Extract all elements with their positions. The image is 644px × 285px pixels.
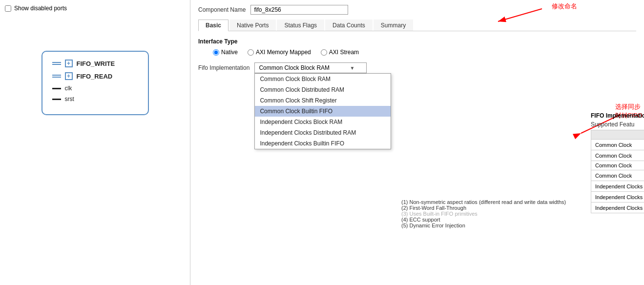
- row4-clock: Independent Clocks (RD_CLK, WR_CLK): [591, 181, 644, 192]
- row3-clock: Common Clock: [591, 170, 644, 181]
- row6-clock: Independent Clocks (RD_CLK, WR_CLK): [591, 203, 644, 213]
- footnote-4: (5) Dynamic Error Injection: [401, 223, 566, 228]
- radio-axi-stream[interactable]: AXI Stream: [321, 49, 359, 56]
- fifo-impl-table: Memory Type (1) (2) (3) (4) (5) Common C…: [591, 130, 644, 213]
- table-row-1: Common Clock Distributed RAM ✓: [591, 150, 644, 161]
- row2-clock: Common Clock: [591, 161, 644, 170]
- dropdown-item-3[interactable]: Common Clock Builtin FIFO: [255, 106, 391, 117]
- fifo-impl-section-title: FIFO Implementation: [591, 112, 644, 119]
- show-disabled-label: Show disabled ports: [14, 5, 67, 12]
- interface-type-title: Interface Type: [198, 38, 636, 45]
- fifo-impl-section: FIFO Implementation Supported Featu Memo…: [591, 112, 644, 213]
- fifo-selected-value: Common Clock Block RAM: [259, 64, 330, 71]
- dropdown-item-2[interactable]: Common Clock Shift Register: [255, 95, 391, 106]
- fifo-write-label: FIFO_WRITE: [77, 60, 115, 67]
- tab-basic[interactable]: Basic: [198, 20, 229, 31]
- fifo-impl-row: Fifo Implementation Common Clock Block R…: [198, 62, 636, 73]
- clk-label: clk: [65, 85, 72, 92]
- footnote-2: (3) Uses Built-in FIFO primitives: [401, 211, 566, 217]
- show-disabled-ports-row[interactable]: Show disabled ports: [5, 5, 185, 12]
- dropdown-item-5[interactable]: Independent Clocks Distributed RAM: [255, 127, 391, 138]
- radio-native[interactable]: Native: [213, 49, 238, 56]
- fifo-select-display[interactable]: Common Clock Block RAM ▼: [254, 62, 367, 73]
- fifo-read-port: + FIFO_READ: [52, 72, 138, 80]
- footnote-3: (4) ECC support: [401, 217, 566, 223]
- fifo-select-wrapper[interactable]: Common Clock Block RAM ▼ Common Clock Bl…: [254, 62, 367, 73]
- table-row-2: Common Clock Shift Register: [591, 161, 644, 170]
- tab-status-flags[interactable]: Status Flags: [277, 20, 324, 31]
- row5-clock: Independent Clocks (RD_CLK, WR_CLK): [591, 192, 644, 203]
- table-row-6: Independent Clocks (RD_CLK, WR_CLK) Buil…: [591, 203, 644, 213]
- radio-axi-stream-label: AXI Stream: [329, 49, 359, 56]
- srst-port: srst: [52, 96, 138, 102]
- plus-icon-write: +: [65, 60, 73, 67]
- tab-native-ports[interactable]: Native Ports: [229, 20, 276, 31]
- table-row-5: Independent Clocks (RD_CLK, WR_CLK) Dist…: [591, 192, 644, 203]
- row0-clock: Common Clock: [591, 140, 644, 150]
- fifo-read-label: FIFO_READ: [77, 73, 113, 80]
- dropdown-item-6[interactable]: Independent Clocks Builtin FIFO: [255, 138, 391, 149]
- footnote-1: (2) First-Word Fall-Through: [401, 205, 566, 211]
- srst-bar: [52, 99, 61, 100]
- table-row-4: Independent Clocks (RD_CLK, WR_CLK) Bloc…: [591, 181, 644, 192]
- radio-native-label: Native: [221, 49, 238, 56]
- table-row-0: Common Clock Block RAM ✓ ✓ ✓ ✓: [591, 140, 644, 150]
- clk-port: clk: [52, 85, 138, 92]
- dropdown-item-1[interactable]: Common Clock Distributed RAM: [255, 84, 391, 95]
- tabs-row: Basic Native Ports Status Flags Data Cou…: [198, 20, 636, 31]
- left-panel: Show disabled ports + FIFO_WRITE + FIFO_…: [0, 0, 190, 285]
- tab-summary[interactable]: Summary: [374, 20, 413, 31]
- footnotes: (1) Non-symmetric aspect ratios (differe…: [401, 199, 566, 228]
- component-name-row: Component Name: [198, 5, 636, 15]
- clk-bar: [52, 88, 61, 89]
- component-diagram: + FIFO_WRITE + FIFO_READ clk srst: [42, 51, 149, 115]
- dropdown-item-0[interactable]: Common Clock Block RAM: [255, 74, 391, 84]
- row1-clock: Common Clock: [591, 150, 644, 161]
- fifo-dropdown-menu[interactable]: Common Clock Block RAM Common Clock Dist…: [254, 73, 391, 149]
- fifo-impl-label: Fifo Implementation: [198, 64, 249, 71]
- component-name-input[interactable]: [250, 5, 348, 15]
- plus-icon-read: +: [65, 72, 73, 80]
- component-name-label: Component Name: [198, 6, 246, 13]
- dropdown-arrow-icon: ▼: [350, 65, 354, 71]
- right-panel: Component Name 修改命名 Basic Native Ports S…: [190, 0, 644, 285]
- srst-label: srst: [65, 96, 74, 102]
- interface-type-options: Native AXI Memory Mapped AXI Stream: [213, 49, 636, 56]
- radio-axi-mm[interactable]: AXI Memory Mapped: [248, 49, 311, 56]
- footnote-0: (1) Non-symmetric aspect ratios (differe…: [401, 199, 566, 205]
- read-port-bar: [52, 75, 61, 78]
- dropdown-item-4[interactable]: Independent Clocks Block RAM: [255, 117, 391, 127]
- radio-axi-mm-label: AXI Memory Mapped: [256, 49, 311, 56]
- show-disabled-checkbox[interactable]: [5, 5, 11, 12]
- tab-data-counts[interactable]: Data Counts: [325, 20, 373, 31]
- col-header-0: [591, 130, 644, 140]
- write-port-bar: [52, 62, 61, 65]
- fifo-write-port: + FIFO_WRITE: [52, 60, 138, 67]
- table-row-3: Common Clock Built-in FIFO ✓ ✓ ✓ ✓: [591, 170, 644, 181]
- supported-feat-label: Supported Featu: [591, 121, 644, 128]
